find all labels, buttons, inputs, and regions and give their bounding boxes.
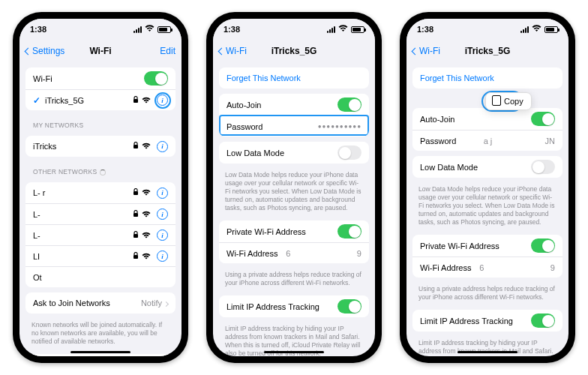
private-address-row: Private Wi-Fi Address	[412, 235, 562, 256]
low-data-row: Low Data Mode	[412, 156, 562, 178]
lowdata-toggle[interactable]	[338, 146, 362, 160]
info-button[interactable]: i	[157, 141, 168, 152]
private-toggle[interactable]	[338, 224, 362, 238]
copy-label: Copy	[504, 97, 524, 106]
edit-button[interactable]: Edit	[160, 46, 176, 56]
network-row[interactable]: L- ri	[26, 182, 176, 203]
back-button[interactable]: Settings	[26, 46, 64, 56]
password-row[interactable]: Password a j JN	[412, 130, 562, 151]
home-indicator[interactable]	[70, 351, 130, 353]
svg-rect-3	[134, 213, 138, 217]
status-bar: 1:38	[406, 19, 568, 40]
phone-2: 1:38 Wi-Fi iTricks_5G Forget This Networ…	[206, 12, 382, 363]
wifi-toggle[interactable]	[144, 71, 168, 86]
info-button[interactable]: i	[157, 208, 168, 220]
autojoin-toggle[interactable]	[338, 98, 362, 112]
wifi-signal-icon	[142, 142, 151, 151]
status-bar: 1:38	[20, 19, 182, 40]
info-button[interactable]: i	[157, 230, 168, 241]
lock-icon	[133, 96, 139, 105]
limit-ip-row: Limit IP Address Tracking	[219, 296, 369, 317]
lock-icon	[133, 188, 139, 197]
network-name: L-	[33, 231, 133, 240]
password-row[interactable]: Password ●●●●●●●●●●	[219, 116, 369, 136]
network-name: L- r	[33, 188, 133, 197]
network-name: LI	[33, 252, 133, 261]
lowdata-toggle[interactable]	[531, 160, 555, 174]
lowdata-label: Low Data Mode	[226, 148, 338, 158]
nav-bar: Settings Wi-Fi Edit	[20, 40, 182, 62]
other-networks-header: OTHER NETWORKS	[20, 162, 182, 177]
info-button[interactable]: i	[157, 94, 168, 106]
info-button[interactable]: i	[157, 250, 168, 262]
network-row[interactable]: L-i	[26, 224, 176, 245]
limit-label: Limit IP Address Tracking	[420, 316, 531, 326]
private-footer: Using a private address helps reduce tra…	[213, 268, 375, 290]
ask-footer: Known networks will be joined automatica…	[20, 319, 182, 349]
limit-ip-row: Limit IP Address Tracking	[412, 310, 562, 332]
nav-bar: Wi-Fi iTricks_5G	[406, 40, 568, 62]
cellular-icon	[327, 26, 335, 33]
wifi-address-row: Wi-Fi Address 6 9	[412, 256, 562, 278]
battery-icon	[544, 26, 558, 33]
svg-rect-4	[134, 234, 138, 238]
network-row[interactable]: iTricks i	[26, 136, 176, 157]
autojoin-toggle[interactable]	[531, 112, 555, 126]
wifi-toggle-row: Wi-Fi	[26, 68, 176, 89]
chevron-left-icon	[25, 47, 32, 55]
status-time: 1:38	[224, 25, 240, 34]
cellular-icon	[520, 26, 529, 33]
svg-rect-1	[134, 145, 138, 148]
my-networks-header: MY NETWORKS	[20, 116, 182, 130]
network-name: Ot	[33, 273, 168, 282]
limit-toggle[interactable]	[531, 314, 555, 328]
network-row[interactable]: Ot	[26, 266, 176, 287]
wifiaddr-label: Wi-Fi Address	[226, 249, 286, 258]
copy-menu[interactable]: Copy	[485, 92, 532, 110]
connected-network-name: iTricks_5G	[45, 96, 133, 105]
spinner-icon	[100, 170, 106, 176]
home-indicator[interactable]	[458, 351, 518, 353]
auto-join-row: Auto-Join	[412, 108, 562, 130]
auto-join-hotspot-row[interactable]: Auto-Join Hotspot Ask to Join	[26, 354, 176, 356]
network-row[interactable]: L-i	[26, 203, 176, 224]
network-name: L-	[33, 210, 133, 219]
password-value: a j JN	[484, 136, 555, 146]
forget-network-row[interactable]: Forget This Network	[412, 68, 562, 88]
wifi-signal-icon	[142, 188, 151, 197]
back-label: Settings	[32, 46, 64, 56]
svg-rect-5	[134, 255, 138, 259]
forget-network-row[interactable]: Forget This Network	[219, 68, 369, 88]
lock-icon	[133, 210, 139, 219]
wifiaddr-value: 6 9	[286, 249, 362, 258]
limit-toggle[interactable]	[338, 299, 362, 314]
network-name: iTricks	[33, 142, 133, 151]
battery-icon	[351, 26, 364, 33]
connected-network-row[interactable]: ✓ iTricks_5G i	[26, 89, 176, 110]
back-label: Wi-Fi	[419, 46, 440, 56]
password-label: Password	[226, 122, 318, 131]
info-button[interactable]: i	[157, 188, 168, 199]
private-label: Private Wi-Fi Address	[226, 227, 338, 236]
network-row[interactable]: LIi	[26, 245, 176, 266]
lowdata-footer: Low Data Mode helps reduce your iPhone d…	[213, 169, 375, 215]
battery-icon	[158, 26, 171, 33]
wifi-status-icon	[532, 25, 542, 34]
wifi-signal-icon	[142, 96, 151, 105]
wifi-signal-icon	[142, 252, 151, 261]
private-toggle[interactable]	[531, 238, 555, 253]
ask-to-join-row[interactable]: Ask to Join Networks Notify	[26, 292, 176, 314]
nav-bar: Wi-Fi iTricks_5G	[213, 40, 375, 62]
wifi-address-row: Wi-Fi Address 6 9	[219, 242, 369, 263]
home-indicator[interactable]	[264, 351, 324, 353]
status-bar: 1:38	[213, 19, 375, 40]
limit-footer: Limit IP address tracking by hiding your…	[406, 337, 568, 356]
lowdata-label: Low Data Mode	[420, 163, 531, 172]
lowdata-footer: Low Data Mode helps reduce your iPhone d…	[406, 183, 568, 230]
autojoin-label: Auto-Join	[226, 100, 338, 110]
back-button[interactable]: Wi-Fi	[412, 46, 440, 56]
password-value: ●●●●●●●●●●	[318, 123, 362, 130]
svg-rect-2	[134, 191, 138, 195]
back-button[interactable]: Wi-Fi	[219, 46, 247, 56]
phone-3: 1:38 Wi-Fi iTricks_5G Forget This Networ…	[400, 12, 575, 363]
